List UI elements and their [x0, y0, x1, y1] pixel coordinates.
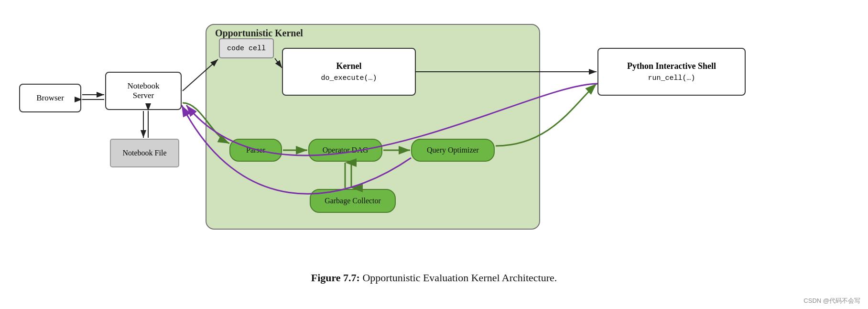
caption-prefix: Figure 7.7:: [311, 272, 360, 284]
kernel-box: Kernel do_execute(…): [282, 48, 416, 96]
nb-server-box: NotebookServer: [105, 72, 182, 110]
op-dag-box: Operator DAG: [308, 139, 382, 162]
query-opt-box: Query Optimizer: [411, 139, 495, 162]
code-cell-box: code cell: [219, 38, 274, 58]
caption: Figure 7.7: Opportunistic Evaluation Ker…: [311, 272, 557, 284]
parser-label: Parser: [246, 146, 265, 154]
opp-kernel-label: Opportunistic Kernel: [215, 28, 303, 39]
code-cell-label: code cell: [227, 44, 266, 53]
watermark: CSDN @代码不会写: [803, 297, 860, 305]
python-shell-code: run_cell(…): [648, 74, 695, 82]
nb-server-label: NotebookServer: [127, 81, 159, 100]
diagram-container: Opportunistic Kernel Kernel do_execute(……: [0, 10, 868, 263]
python-shell-box: Python Interactive Shell run_cell(…): [597, 48, 746, 96]
python-shell-title: Python Interactive Shell: [627, 61, 716, 71]
nb-file-label: Notebook File: [123, 149, 167, 157]
caption-text: Opportunistic Evaluation Kernel Architec…: [360, 272, 557, 284]
garbage-collector-box: Garbage Collector: [310, 189, 396, 213]
nb-file-box: Notebook File: [110, 139, 179, 167]
browser-box: Browser: [19, 84, 81, 112]
parser-box: Parser: [229, 139, 282, 162]
op-dag-label: Operator DAG: [323, 146, 369, 154]
browser-label: Browser: [36, 93, 64, 103]
garbage-label: Garbage Collector: [325, 197, 381, 205]
kernel-code: do_execute(…): [321, 74, 377, 82]
query-opt-label: Query Optimizer: [427, 146, 479, 154]
kernel-title: Kernel: [336, 61, 362, 71]
